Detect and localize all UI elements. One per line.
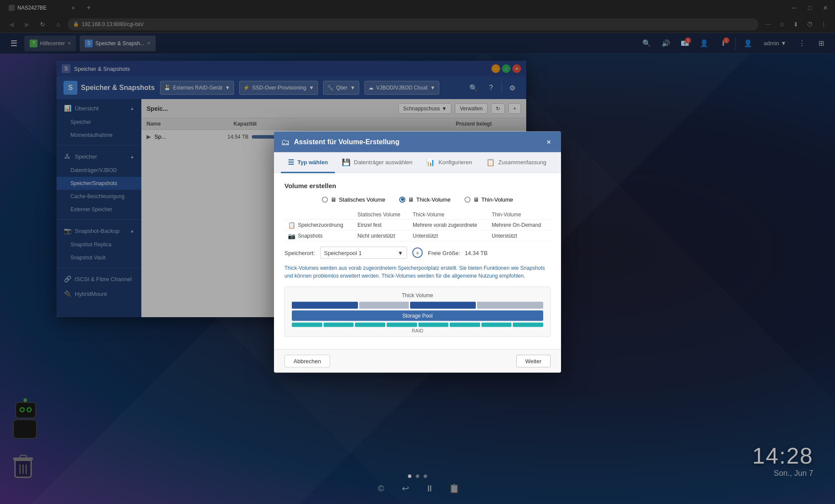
next-button[interactable]: Weiter [516,355,551,368]
raid-disks [292,323,543,327]
desktop: NAS2427BE ✕ + ─ □ ✕ ◀ ▶ ↻ ⌂ 🔒 192.168.0.… [0,0,835,504]
step-konfigurieren-icon: 📊 [426,158,435,166]
thin-label: Thin-Volume [481,196,513,203]
speicherpool-value: Speicherpool 1 [324,249,362,256]
step-datentraeger-label: Datenträger auswählen [354,159,412,165]
thin-icon: 🖥 [473,196,479,203]
info-text: Thick-Volumes werden aus vorab zugeordne… [284,264,551,280]
speicherzuordnung-thick: Mehrere vorab zugeordnete [409,219,488,230]
raid-disk-2 [324,323,354,327]
step-zusammenfassung-icon: 📋 [486,158,495,166]
option-statisch[interactable]: 🖥 Statisches Volume [322,196,385,203]
raid-disk-6 [450,323,480,327]
speicherzuordnung-label: 📋 Speicherzuordnung [284,219,354,230]
wizard-step-typ[interactable]: ☰ Typ wählen [281,152,335,173]
pool-select-chevron: ▼ [397,249,403,256]
thick-icon: 🖥 [408,196,414,203]
option-thick[interactable]: 🖥 Thick-Volume [399,196,451,203]
th-thin: Thin-Volume [488,210,551,220]
th-thick: Thick-Volume [409,210,488,220]
raid-disk-8 [513,323,543,327]
statisch-label: Statisches Volume [339,196,385,203]
radio-thick[interactable] [399,196,405,202]
table-row-snapshots: 📷 Snapshots Nicht unterstützt Unterstütz… [284,230,551,241]
speicherzuordnung-text: Speicherzuordnung [298,222,343,228]
storage-pool-row: Speicherort: Speicherpool 1 ▼ + Freie Gr… [284,247,551,259]
section-title: Volume erstellen [284,182,551,189]
snapshots-label: 📷 Snapshots [284,230,354,241]
free-size-text: Freie Größe: 14.34 TB [428,249,488,256]
pool-add-button[interactable]: + [412,248,423,258]
speicherzuordnung-statisch: Einzel fest [354,219,409,230]
speicherzuordnung-thin: Mehrere On-Demand [488,219,551,230]
diagram-bars: Storage Pool RAID [292,302,543,333]
disk-1 [292,302,358,309]
volume-creation-modal: 🗂 Assistent für Volume-Erstellung ✕ ☰ Ty… [274,132,561,373]
th-statisch: Statisches Volume [354,210,409,220]
snapshots-thick: Unterstützt [409,230,488,241]
radio-statisch[interactable] [322,196,328,202]
volume-options: 🖥 Statisches Volume 🖥 Thick-Volume 🖥 [284,196,551,203]
speicherpool-select[interactable]: Speicherpool 1 ▼ [320,247,407,259]
snapshots-thin: Unterstützt [488,230,551,241]
snapshots-statisch: Nicht unterstützt [354,230,409,241]
raid-disk-3 [355,323,385,327]
speicherzuordnung-icon: 📋 [288,222,295,229]
radio-thin[interactable] [464,196,471,202]
option-thin[interactable]: 🖥 Thin-Volume [464,196,513,203]
raid-disk-4 [387,323,417,327]
modal-overlay: 🗂 Assistent für Volume-Erstellung ✕ ☰ Ty… [0,0,835,504]
modal-footer: Abbrechen Weiter [274,349,561,373]
wizard-step-konfigurieren[interactable]: 📊 Konfigurieren [419,152,479,173]
volume-diagram: Thick Volume Storage Pool [284,287,551,337]
step-datentraeger-icon: 💾 [342,158,351,166]
raid-disk-7 [481,323,512,327]
th-empty [284,210,354,220]
free-size-label: Freie Größe: [428,249,460,256]
disk-2 [359,302,409,309]
disk-3 [410,302,476,309]
diagram-title: Thick Volume [292,292,543,298]
disk-4 [477,302,543,309]
top-disks [292,302,543,309]
statisch-icon: 🖥 [331,196,336,203]
cancel-button[interactable]: Abbrechen [284,355,330,368]
step-typ-label: Typ wählen [297,159,328,165]
storage-pool-bar: Storage Pool [292,311,543,321]
raid-disk-1 [292,323,322,327]
modal-close-button[interactable]: ✕ [544,137,554,147]
thick-label: Thick-Volume [416,196,451,203]
raid-disk-5 [418,323,449,327]
snapshots-text: Snapshots [298,233,323,239]
wizard-step-zusammenfassung[interactable]: 📋 Zusammenfassung [479,152,554,173]
speicherort-label: Speicherort: [284,249,315,256]
modal-title: Assistent für Volume-Erstellung [294,138,539,146]
step-zusammenfassung-label: Zusammenfassung [498,159,547,165]
modal-body: Volume erstellen 🖥 Statisches Volume 🖥 [274,173,561,349]
volume-compare-table: Statisches Volume Thick-Volume Thin-Volu… [284,210,551,242]
step-typ-icon: ☰ [288,158,294,166]
modal-header-icon: 🗂 [281,137,290,147]
step-konfigurieren-label: Konfigurieren [438,159,472,165]
snapshots-icon: 📷 [288,232,295,239]
free-size-value: 14.34 TB [465,249,488,256]
table-row-speicherzuordnung: 📋 Speicherzuordnung Einzel fest Mehrere … [284,219,551,230]
modal-header: 🗂 Assistent für Volume-Erstellung ✕ [274,132,561,153]
wizard-step-datentraeger[interactable]: 💾 Datenträger auswählen [335,152,419,173]
radio-thick-dot [401,198,404,201]
raid-label: RAID [292,328,543,333]
wizard-steps: ☰ Typ wählen 💾 Datenträger auswählen 📊 K… [274,153,561,173]
